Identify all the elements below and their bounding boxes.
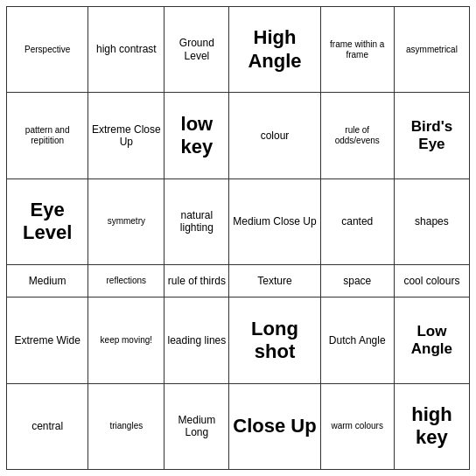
cell-4-2: leading lines bbox=[164, 298, 229, 383]
cell-0-2: Ground Level bbox=[164, 7, 229, 93]
cell-1-3: colour bbox=[229, 93, 320, 178]
cell-0-3: High Angle bbox=[229, 7, 320, 93]
cell-1-1: Extreme Close Up bbox=[88, 93, 164, 178]
cell-3-2: rule of thirds bbox=[164, 265, 229, 298]
cell-4-5: Low Angle bbox=[394, 298, 469, 383]
cell-1-5: Bird's Eye bbox=[394, 93, 469, 178]
cell-5-2: Medium Long bbox=[164, 383, 229, 469]
cell-1-0: pattern and repitition bbox=[7, 93, 88, 178]
cell-5-3: Close Up bbox=[229, 383, 320, 469]
cell-0-4: frame within a frame bbox=[320, 7, 394, 93]
cell-3-0: Medium bbox=[7, 265, 88, 298]
cell-3-1: reflections bbox=[88, 265, 164, 298]
cell-2-4: canted bbox=[320, 178, 394, 264]
cell-3-3: Texture bbox=[229, 265, 320, 298]
cell-3-5: cool colours bbox=[394, 265, 469, 298]
cell-1-2: low key bbox=[164, 93, 229, 178]
cell-4-0: Extreme Wide bbox=[7, 298, 88, 383]
cell-2-1: symmetry bbox=[88, 178, 164, 264]
cell-0-1: high contrast bbox=[88, 7, 164, 93]
cell-1-4: rule of odds/evens bbox=[320, 93, 394, 178]
cell-0-5: asymmetrical bbox=[394, 7, 469, 93]
cell-2-0: Eye Level bbox=[7, 178, 88, 264]
cell-4-3: Long shot bbox=[229, 298, 320, 383]
cell-2-5: shapes bbox=[394, 178, 469, 264]
cell-2-3: Medium Close Up bbox=[229, 178, 320, 264]
bingo-table: Perspectivehigh contrastGround LevelHigh… bbox=[6, 6, 470, 470]
cell-3-4: space bbox=[320, 265, 394, 298]
cell-5-5: high key bbox=[394, 383, 469, 469]
cell-5-4: warm colours bbox=[320, 383, 394, 469]
cell-4-4: Dutch Angle bbox=[320, 298, 394, 383]
cell-2-2: natural lighting bbox=[164, 178, 229, 264]
cell-4-1: keep moving! bbox=[88, 298, 164, 383]
cell-0-0: Perspective bbox=[7, 7, 88, 93]
cell-5-1: triangles bbox=[88, 383, 164, 469]
cell-5-0: central bbox=[7, 383, 88, 469]
